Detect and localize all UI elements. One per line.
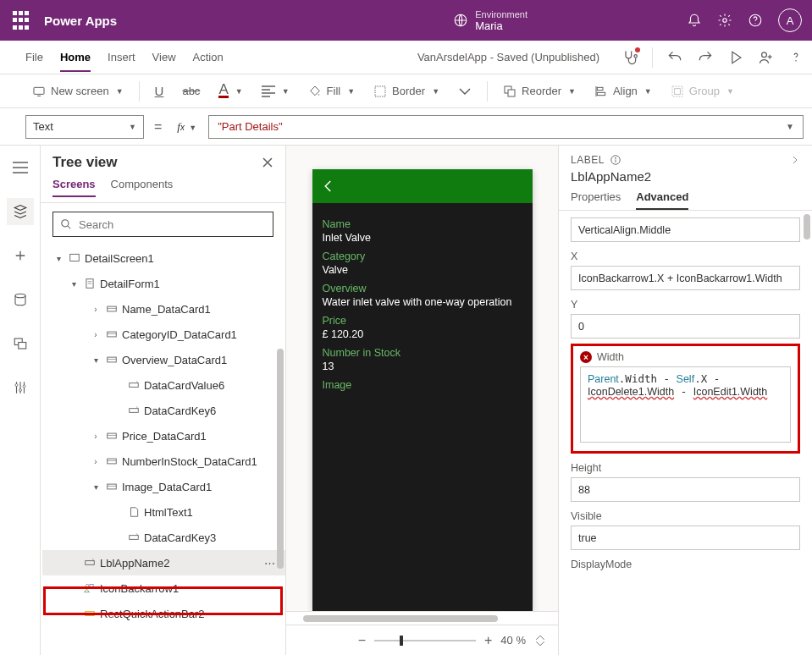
field-label: Price — [323, 315, 522, 327]
menu-view[interactable]: View — [152, 51, 176, 63]
app-launcher-icon[interactable] — [10, 10, 30, 30]
tab-screens[interactable]: Screens — [52, 178, 96, 197]
menu-action[interactable]: Action — [193, 51, 224, 63]
prop-y-input[interactable]: 0 — [571, 314, 800, 339]
info-icon[interactable] — [610, 154, 621, 166]
chevron-right-icon[interactable] — [790, 155, 800, 165]
formula-input[interactable]: "Part Details" ▼ — [208, 115, 804, 139]
svg-point-4 — [634, 54, 637, 57]
canvas-h-scrollbar[interactable] — [286, 611, 558, 625]
rail-tools-icon[interactable] — [7, 374, 34, 401]
fx-button[interactable]: fx ▼ — [172, 120, 202, 134]
tree-node-rectquickactionbar2[interactable]: RectQuickActionBar2 — [42, 601, 285, 626]
environment-value: Maria — [475, 20, 528, 32]
tree-node-numberinstock-datacard1[interactable]: ›NumberInStock_DataCard1 — [42, 449, 285, 474]
rectangle-icon — [83, 607, 97, 620]
tree-node-price-datacard1[interactable]: ›Price_DataCard1 — [42, 423, 285, 449]
property-selector[interactable]: Text ▼ — [25, 115, 144, 139]
group-button[interactable]: Group▼ — [664, 81, 741, 102]
field-label: Category — [323, 250, 522, 262]
notifications-icon[interactable] — [687, 13, 702, 28]
underline-button[interactable]: U — [148, 80, 171, 102]
field-label: Overview — [323, 283, 522, 294]
formula-expand-icon[interactable]: ▼ — [786, 122, 794, 131]
user-avatar[interactable]: A — [778, 8, 802, 32]
svg-rect-24 — [108, 306, 117, 311]
prop-x-input[interactable]: IconBackarrow1.X + IconBackarrow1.Width — [571, 266, 800, 290]
tree-node-overview-datacard1[interactable]: ▾Overview_DataCard1 — [42, 347, 285, 372]
tab-advanced[interactable]: Advanced — [636, 190, 688, 210]
menu-home[interactable]: Home — [60, 51, 91, 72]
zoom-in-button[interactable]: + — [484, 633, 492, 648]
rail-tree-view-icon[interactable] — [7, 198, 34, 225]
field-value: 13 — [323, 361, 522, 372]
prop-width-input[interactable]: Parent.Width - Self.X - IconDelete1.Widt… — [580, 366, 791, 443]
tab-properties[interactable]: Properties — [571, 190, 621, 210]
redo-icon[interactable] — [697, 49, 714, 66]
menu-help-icon[interactable] — [788, 50, 804, 65]
svg-rect-12 — [597, 92, 605, 95]
tree-node-datacardkey6[interactable]: DataCardKey6 — [42, 398, 285, 423]
fit-screen-icon[interactable] — [534, 635, 546, 647]
tree-scrollbar[interactable] — [277, 349, 284, 569]
tree-node-datacardkey3[interactable]: DataCardKey3 — [42, 525, 285, 550]
tree-search-input[interactable] — [79, 218, 266, 231]
fill-button[interactable]: Fill▼ — [301, 81, 362, 102]
tree-node-image-datacard1[interactable]: ▾Image_DataCard1 — [42, 474, 285, 499]
settings-icon[interactable] — [717, 13, 732, 28]
menu-insert[interactable]: Insert — [108, 51, 135, 63]
zoom-slider[interactable] — [374, 640, 476, 641]
selected-control-name[interactable]: LblAppName2 — [559, 169, 812, 190]
environment-picker[interactable]: Environment Maria — [475, 8, 528, 32]
tree-node-categoryid-datacard1[interactable]: ›CategoryID_DataCard1 — [42, 322, 285, 347]
rail-media-icon[interactable] — [7, 330, 34, 357]
environment-icon — [453, 13, 468, 28]
app-checker-icon[interactable] — [621, 49, 638, 66]
back-arrow-icon[interactable] — [321, 179, 336, 194]
tree-node-detailscreen1[interactable]: ▾DetailScreen1 — [42, 245, 285, 271]
error-icon[interactable]: × — [580, 351, 592, 363]
svg-rect-27 — [130, 383, 139, 388]
new-screen-button[interactable]: New screen▼ — [25, 81, 130, 102]
rail-data-icon[interactable] — [7, 286, 34, 313]
tree-search-box[interactable] — [52, 212, 273, 237]
prop-height-input[interactable]: 88 — [571, 477, 800, 502]
datacard-icon — [105, 328, 119, 341]
prop-visible-input[interactable]: true — [571, 526, 800, 550]
rail-hamburger-icon[interactable] — [7, 154, 34, 181]
reorder-button[interactable]: Reorder▼ — [496, 81, 583, 102]
form-icon — [83, 277, 97, 290]
tree-node-lblappname2[interactable]: LblAppName2⋯ — [42, 550, 285, 575]
rail-insert-icon[interactable] — [7, 242, 34, 269]
help-icon[interactable] — [748, 13, 763, 28]
tree-node-detailform1[interactable]: ▾DetailForm1 — [42, 271, 285, 296]
icon-group-icon — [83, 581, 97, 595]
app-preview[interactable]: Name Inlet Valve Category Valve Overview… — [312, 169, 533, 611]
app-title: Power Apps — [44, 14, 117, 28]
font-color-button[interactable]: A▼ — [212, 80, 249, 102]
play-icon[interactable] — [727, 49, 744, 66]
svg-rect-10 — [508, 90, 515, 96]
menu-file[interactable]: File — [25, 51, 43, 63]
environment-label: Environment — [475, 8, 528, 20]
tab-components[interactable]: Components — [111, 178, 174, 197]
tree-node-htmltext1[interactable]: HtmlText1 — [42, 499, 285, 525]
prop-verticalalign-input[interactable]: VerticalAlign.Middle — [571, 217, 800, 242]
html-icon — [127, 505, 141, 519]
strikethrough-button[interactable]: abc — [175, 81, 207, 101]
text-align-button[interactable]: ▼ — [255, 82, 296, 101]
align-button[interactable]: Align▼ — [588, 81, 659, 102]
close-icon[interactable] — [262, 157, 273, 168]
preview-header-bar — [312, 169, 533, 203]
tree-node-datacardvalue6[interactable]: DataCardValue6 — [42, 372, 285, 398]
props-scrollbar[interactable] — [804, 214, 810, 239]
border-button[interactable]: Border▼ — [367, 81, 446, 102]
share-icon[interactable] — [758, 49, 775, 66]
field-value: £ 120.20 — [323, 328, 522, 340]
undo-icon[interactable] — [666, 49, 683, 66]
format-expand-button[interactable] — [451, 84, 478, 99]
tree-node-iconbackarrow1[interactable]: IconBackarrow1 — [42, 575, 285, 601]
zoom-out-button[interactable]: − — [358, 633, 366, 648]
tree-node-name-datacard1[interactable]: ›Name_DataCard1 — [42, 296, 285, 322]
prop-x-label: X — [571, 250, 800, 262]
